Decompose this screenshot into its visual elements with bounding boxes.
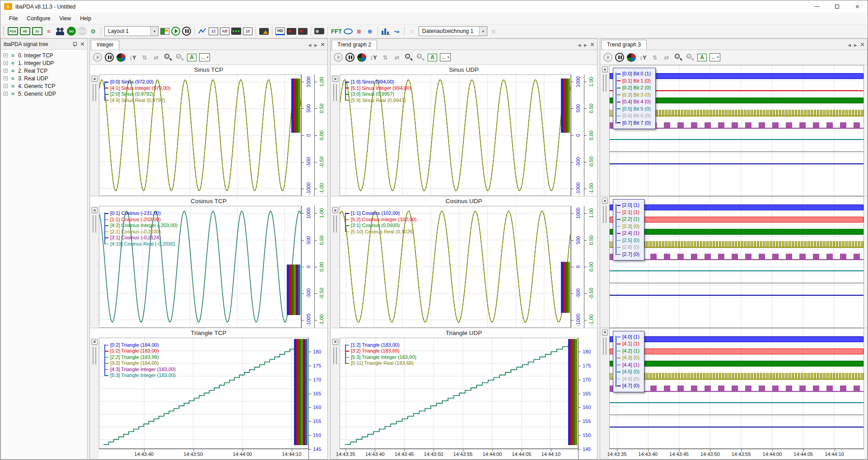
zoom-out-icon[interactable]: − (404, 53, 413, 62)
tree-expander-icon[interactable]: + (4, 76, 8, 80)
menu-configure[interactable]: Configure (23, 14, 54, 23)
chart-close-button[interactable] (92, 207, 98, 213)
autoscale-button[interactable]: A (428, 54, 437, 61)
add-trend-graph-icon[interactable] (198, 26, 207, 36)
layout-manager-icon[interactable] (160, 28, 169, 35)
tab-scroll-right-icon[interactable]: ▶ (854, 43, 857, 47)
go-button[interactable]: GO (67, 27, 76, 36)
chart-pause-handle[interactable] (93, 84, 96, 101)
chart-close-button[interactable] (92, 339, 98, 345)
io-manager-icon[interactable]: IO (32, 27, 42, 35)
chart-pause-handle[interactable] (333, 84, 337, 101)
settings-gears-icon[interactable]: ⚙ (89, 26, 98, 36)
dropdown-arrow-icon[interactable]: ▾ (479, 27, 487, 36)
y-axis-scale-icon[interactable]: ↕Y (369, 52, 378, 62)
signal-color-wheel-icon[interactable] (627, 53, 636, 62)
fft-view-icon[interactable]: FFT (331, 26, 342, 36)
chart-pause-handle[interactable] (333, 347, 337, 364)
chart-close-button[interactable] (332, 339, 338, 345)
dropdown-arrow-icon[interactable]: ▾ (150, 27, 158, 36)
minimize-button[interactable] (807, 0, 827, 13)
tab-close-icon[interactable] (321, 42, 325, 47)
tree-expander-icon[interactable]: + (4, 61, 8, 65)
tab-scroll-left-icon[interactable]: ◀ (578, 43, 581, 47)
camcorder-icon[interactable] (314, 28, 324, 34)
chart-pause-handle[interactable] (603, 338, 607, 355)
zoom-out-icon[interactable]: − (674, 53, 683, 62)
maximize-button[interactable] (827, 0, 847, 13)
tab-trend-graph-3[interactable]: Trend graph 3 (601, 40, 647, 50)
hd-event-view-icon[interactable] (298, 28, 308, 35)
orbit-view-icon[interactable] (344, 28, 353, 34)
user-manager-icon[interactable] (55, 27, 65, 35)
hd-trend-graph-icon[interactable]: HD (275, 28, 285, 35)
chart-pause-handle[interactable] (603, 206, 607, 223)
chart-close-button[interactable] (602, 66, 608, 72)
tree-expander-icon[interactable]: + (4, 53, 8, 57)
chart-pause-button[interactable] (105, 53, 114, 62)
data-recording-select[interactable]: Datenaufzeichnung 1▾ (419, 26, 487, 36)
add-text-display-icon[interactable]: AB (220, 28, 229, 35)
chart-close-button[interactable] (602, 198, 608, 204)
add-digital-display-icon[interactable]: 10 (243, 28, 252, 35)
tab-scroll-left-icon[interactable]: ◀ (308, 43, 311, 47)
toolbar-separator (404, 27, 405, 36)
y-axis-scale-icon[interactable]: ↕Y (128, 52, 137, 62)
menu-file[interactable]: File (5, 14, 22, 23)
tab-scroll-left-icon[interactable]: ◀ (848, 43, 851, 47)
tree-expander-icon[interactable]: + (4, 69, 8, 73)
signal-tree-item-3-real-udp[interactable]: +≈3. Real UDP (2, 74, 86, 82)
pause-displays-button[interactable] (182, 27, 191, 36)
close-button[interactable] (847, 0, 868, 13)
layout-select[interactable]: Layout 1▾ (104, 26, 159, 36)
chart-pause-handle[interactable] (333, 215, 337, 232)
signal-tree-item-2-real-tcp[interactable]: +≈2. Real TCP (2, 67, 86, 74)
back-button[interactable]: ←▾ (440, 53, 451, 61)
chart-pause-button[interactable] (615, 53, 624, 62)
tab-integer[interactable]: Integer (91, 40, 119, 50)
pin-icon[interactable] (73, 42, 77, 47)
add-oscilloscope-icon[interactable] (231, 28, 241, 35)
hd-system-icon[interactable]: HD (20, 27, 30, 35)
signal-tree-item-1-integer-udp[interactable]: +≈1. Integer UDP (2, 59, 86, 67)
hd-data-view-icon[interactable] (287, 28, 296, 35)
y-axis-scale-icon[interactable]: ↕Y (639, 52, 648, 62)
signal-color-wheel-icon[interactable] (357, 53, 366, 62)
menu-view[interactable]: View (55, 14, 75, 23)
chart-close-button[interactable] (332, 76, 338, 82)
tab-scroll-right-icon[interactable]: ▶ (584, 43, 587, 47)
tree-expander-icon[interactable]: + (4, 84, 8, 88)
chart-close-button[interactable] (332, 207, 338, 213)
vector-view-icon[interactable]: ↝ (392, 26, 401, 36)
signal-tree-item-0-integer-tcp[interactable]: +≈0. Integer TCP (2, 51, 86, 59)
tab-close-icon[interactable] (860, 42, 864, 47)
start-displays-button[interactable] (171, 27, 180, 36)
zoom-out-icon[interactable]: − (163, 53, 173, 62)
signal-color-wheel-icon[interactable] (117, 53, 126, 62)
signal-tree-item-5-generic-udp[interactable]: +≈5. Generic UDP (2, 90, 86, 98)
pda-system-icon[interactable]: PDA (8, 27, 18, 35)
scatter-view-icon[interactable]: ≋ (355, 26, 364, 36)
polar-view-icon[interactable]: ⊕ (365, 26, 374, 36)
signal-manager-icon[interactable]: ≈ (44, 26, 53, 36)
histogram-view-icon[interactable] (381, 28, 390, 35)
add-numeric-display-icon[interactable]: 12 (209, 28, 218, 35)
tab-trend-graph-2[interactable]: Trend graph 2 (331, 40, 377, 50)
sidebar-close-icon[interactable] (80, 42, 84, 46)
chart-pause-button[interactable] (345, 53, 355, 62)
chart-pause-handle[interactable] (93, 215, 96, 232)
tab-close-icon[interactable] (590, 42, 594, 47)
chart-pause-handle[interactable] (93, 347, 96, 364)
back-button[interactable]: ←▾ (709, 53, 720, 61)
chart-close-button[interactable] (92, 76, 98, 82)
tab-scroll-right-icon[interactable]: ▶ (314, 43, 317, 47)
back-button[interactable]: ←▾ (199, 53, 210, 61)
signal-tree-item-4-generic-tcp[interactable]: +≈4. Generic TCP (2, 82, 86, 90)
autoscale-button[interactable]: A (697, 54, 707, 61)
menu-help[interactable]: Help (76, 14, 95, 23)
autoscale-button[interactable]: A (187, 54, 196, 61)
add-camera-view-icon[interactable] (259, 28, 269, 35)
chart-close-button[interactable] (602, 330, 608, 335)
tree-expander-icon[interactable]: + (4, 92, 8, 96)
chart-pause-handle[interactable] (603, 74, 607, 92)
